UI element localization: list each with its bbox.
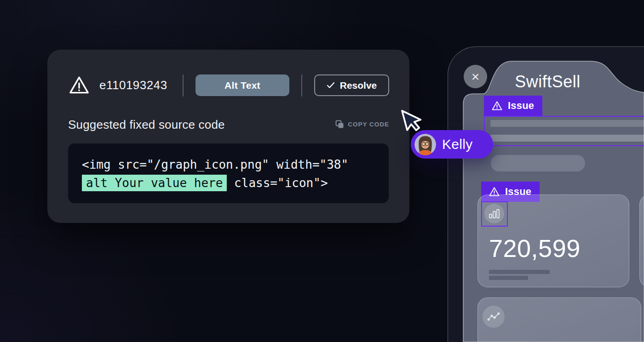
swiftsell-mockup: × SwiftSell Issue Issue (448, 46, 644, 342)
page: e110193243 Alt Text Resolve Suggested fi… (0, 0, 644, 342)
code-highlight: alt Your value here (82, 175, 227, 191)
copy-code-label: COPY CODE (348, 121, 389, 128)
issue-panel: e110193243 Alt Text Resolve Suggested fi… (47, 50, 409, 223)
warning-triangle-icon (491, 100, 503, 112)
issue-badge-label: Issue (508, 100, 534, 112)
code-block: <img src="/graph_icon.png" width="38" al… (68, 143, 389, 203)
copy-icon (335, 120, 344, 129)
code-line-1: <img src="/graph_icon.png" width="38" (82, 155, 389, 174)
divider (301, 74, 302, 97)
copy-code-button[interactable]: COPY CODE (335, 120, 389, 129)
line-chart-icon (483, 306, 505, 328)
skeleton-pill (491, 155, 585, 171)
skeleton-line (489, 270, 550, 274)
app-title: SwiftSell (498, 72, 597, 91)
alt-text-button[interactable]: Alt Text (196, 74, 289, 96)
close-button[interactable]: × (464, 65, 487, 88)
issue-badge-1: Issue (484, 96, 542, 116)
side-card (639, 194, 644, 287)
resolve-button[interactable]: Resolve (314, 74, 389, 96)
collaborator-name: Kelly (442, 137, 473, 152)
divider (183, 74, 184, 97)
check-icon (327, 82, 335, 89)
stat-value: 720,599 (489, 234, 581, 262)
section-row: Suggested fixed source code COPY CODE (68, 118, 389, 132)
skeleton-line (489, 276, 528, 280)
highlighted-icon-region (481, 201, 508, 227)
code-line-2: alt Your value here class="icon"> (82, 174, 389, 192)
resolve-label: Resolve (340, 80, 377, 91)
skeleton-bar (490, 120, 644, 127)
issue-id: e110193243 (99, 78, 167, 92)
code-line-2-rest: class="icon"> (227, 176, 328, 190)
warning-triangle-icon (68, 74, 90, 97)
issue-panel-header: e110193243 Alt Text Resolve (68, 74, 389, 96)
mouse-cursor-icon (397, 108, 430, 144)
skeleton-bar (490, 135, 644, 142)
section-label: Suggested fixed source code (68, 118, 225, 132)
